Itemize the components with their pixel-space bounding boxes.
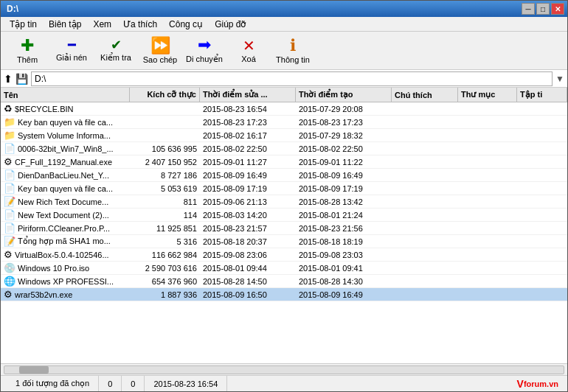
table-row[interactable]: 🌐 Windows XP PROFESSI... 654 376 960 201… (1, 275, 567, 288)
file-type-icon: 📄 (4, 223, 15, 234)
file-created-cell: 2015-07-29 20:08 (296, 105, 392, 113)
file-name-cell: ⚙ VirtualBox-5.0.4-102546... (1, 249, 130, 260)
main-window: D:\ ─ □ ✕ Tập tin Biên tập Xem Ưa thích … (0, 0, 568, 392)
file-name-cell: ♻ $RECYCLE.BIN (1, 103, 130, 114)
address-dropdown-icon[interactable]: ▼ (555, 74, 564, 84)
table-row[interactable]: 📄 Key ban quyen và file ca... 5 053 619 … (1, 182, 567, 195)
file-modified-cell: 2015-08-28 14:50 (200, 277, 296, 286)
scrollbar-track[interactable] (4, 365, 564, 374)
info-label: Thông tin (276, 55, 310, 64)
menu-tools[interactable]: Công cụ (163, 18, 209, 31)
file-name-cell: 🌐 Windows XP PROFESSI... (1, 276, 130, 287)
delete-button[interactable]: ✕ Xoá (228, 35, 269, 67)
info-button[interactable]: ℹ Thông tin (272, 35, 314, 67)
table-row[interactable]: 💿 Windows 10 Pro.iso 2 590 703 616 2015-… (1, 262, 567, 275)
file-name-cell: 📄 New Text Document (2)... (1, 209, 130, 220)
horizontal-scrollbar[interactable] (1, 363, 567, 375)
file-created-cell: 2015-08-02 22:50 (296, 144, 392, 153)
file-size-cell: 1 887 936 (130, 290, 200, 299)
file-size-cell: 116 662 984 (130, 251, 200, 259)
table-row[interactable]: 📄 Piriform.CCleaner.Pro.P... 11 925 851 … (1, 222, 567, 235)
extract-label: Giải nén (56, 53, 87, 63)
file-created-cell: 2015-08-23 21:56 (296, 224, 392, 233)
file-created-cell: 2015-09-08 23:03 (296, 251, 392, 259)
file-modified-cell: 2015-09-01 11:27 (200, 158, 296, 167)
file-modified-cell: 2015-08-23 17:23 (200, 118, 296, 127)
menu-help[interactable]: Giúp đỡ (209, 18, 252, 31)
file-type-icon: 📄 (4, 183, 15, 194)
copy-button[interactable]: ⏩ Sao chép (139, 35, 181, 67)
title-bar: D:\ ─ □ ✕ (1, 1, 567, 17)
file-modified-cell: 2015-09-08 23:06 (200, 251, 296, 259)
vforum-logo: V forum.vn (517, 378, 561, 390)
scrollbar-thumb[interactable] (19, 366, 49, 374)
file-name-cell: ⚙ wrar53b2vn.exe (1, 289, 130, 300)
move-label: Di chuyển (186, 55, 223, 64)
col-header-name[interactable]: Tên (1, 88, 130, 102)
col-header-size[interactable]: Kích cỡ thực (130, 88, 200, 102)
file-list-container: Tên Kích cỡ thực Thời điểm sửa ... Thời … (1, 88, 567, 363)
test-label: Kiểm tra (100, 53, 131, 63)
file-type-icon: ⚙ (4, 156, 13, 167)
window-title: D:\ (7, 4, 18, 14)
file-size-cell: 114 (130, 211, 200, 220)
file-name: New Rich Text Docume... (18, 197, 108, 206)
table-row[interactable]: 📄 DienDanBacLieu.Net_Y... 8 727 186 2015… (1, 169, 567, 182)
menu-favorites[interactable]: Ưa thích (117, 18, 163, 31)
menu-edit[interactable]: Biên tập (43, 18, 87, 31)
copy-label: Sao chép (143, 55, 177, 64)
status-size1: 0 (99, 376, 122, 391)
file-name: Piriform.CCleaner.Pro.P... (18, 224, 110, 233)
table-row[interactable]: ⚙ VirtualBox-5.0.4-102546... 116 662 984… (1, 248, 567, 262)
table-row[interactable]: 📄 New Text Document (2)... 114 2015-08-0… (1, 209, 567, 222)
delete-label: Xoá (241, 55, 256, 63)
table-row[interactable]: 📄 0006-32bit_Win7_Win8_... 105 636 995 2… (1, 142, 567, 155)
col-header-folder[interactable]: Thư mục (458, 88, 517, 102)
col-header-created[interactable]: Thời điểm tạo (296, 88, 392, 102)
menu-view[interactable]: Xem (87, 18, 117, 31)
table-row[interactable]: ⚙ CF_Full_1192_Manual.exe 2 407 150 952 … (1, 155, 567, 169)
col-header-modified[interactable]: Thời điểm sửa ... (200, 88, 296, 102)
file-type-icon: 📄 (4, 209, 15, 220)
file-name-cell: 📄 Key ban quyen và file ca... (1, 183, 130, 194)
extract-button[interactable]: ━ Giải nén (51, 35, 92, 67)
file-created-cell: 2015-08-09 17:19 (296, 184, 392, 193)
vforum-text: forum.vn (524, 379, 558, 388)
maximize-button[interactable]: □ (536, 3, 550, 15)
address-bar: ⬆ 💾 ▼ (1, 70, 567, 88)
table-row[interactable]: 📁 System Volume Informa... 2015-08-02 16… (1, 129, 567, 142)
file-name: System Volume Informa... (18, 131, 111, 140)
file-type-icon: 📝 (4, 236, 15, 247)
col-header-extra[interactable]: Tập ti (517, 88, 567, 102)
table-row[interactable]: ♻ $RECYCLE.BIN 2015-08-23 16:54 2015-07-… (1, 102, 567, 116)
file-name-cell: 💿 Windows 10 Pro.iso (1, 262, 130, 273)
table-row[interactable]: 📁 Key ban quyen và file ca... 2015-08-23… (1, 116, 567, 129)
table-row[interactable]: ⚙ wrar53b2vn.exe 1 887 936 2015-08-09 16… (1, 288, 567, 301)
file-modified-cell: 2015-08-09 16:50 (200, 290, 296, 299)
close-button[interactable]: ✕ (551, 3, 564, 15)
add-button[interactable]: ✚ Thêm (7, 35, 48, 67)
address-input[interactable] (31, 71, 553, 86)
file-size-cell: 5 053 619 (130, 184, 200, 193)
file-name: Key ban quyen và file ca... (18, 184, 113, 193)
file-size-cell: 11 925 851 (130, 224, 200, 233)
file-created-cell: 2015-07-29 18:32 (296, 131, 392, 140)
table-row[interactable]: 📝 Tổng hợp mã SHA1 mo... 5 316 2015-08-1… (1, 235, 567, 248)
file-name-cell: 📝 Tổng hợp mã SHA1 mo... (1, 236, 130, 247)
move-button[interactable]: ➡ Di chuyển (184, 35, 225, 67)
file-modified-cell: 2015-08-02 16:17 (200, 131, 296, 140)
up-icon[interactable]: ⬆ (4, 73, 13, 85)
file-name: VirtualBox-5.0.4-102546... (15, 251, 109, 259)
file-name: 0006-32bit_Win7_Win8_... (18, 144, 114, 153)
status-date: 2015-08-23 16:54 (145, 376, 227, 391)
file-name-cell: 📝 New Rich Text Docume... (1, 196, 130, 207)
menu-file[interactable]: Tập tin (4, 18, 43, 31)
file-type-icon: 📁 (4, 116, 15, 127)
test-button[interactable]: ✔ Kiểm tra (95, 35, 136, 67)
col-header-comment[interactable]: Chú thích (392, 88, 458, 102)
minimize-button[interactable]: ─ (522, 3, 535, 15)
file-modified-cell: 2015-09-06 21:13 (200, 197, 296, 206)
file-list-body: ♻ $RECYCLE.BIN 2015-08-23 16:54 2015-07-… (1, 102, 567, 363)
vforum-v-icon: V (517, 378, 524, 390)
table-row[interactable]: 📝 New Rich Text Docume... 811 2015-09-06… (1, 195, 567, 209)
